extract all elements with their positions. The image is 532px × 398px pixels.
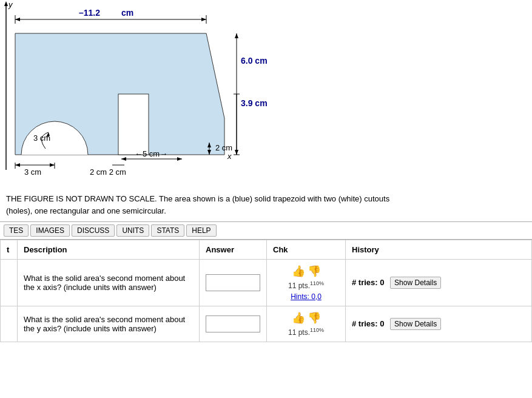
svg-marker-35 <box>121 157 126 161</box>
row2-num <box>1 306 18 342</box>
row1-thumbup-icon[interactable]: 👍 <box>292 265 305 278</box>
tab-stats[interactable]: STATS <box>151 224 184 237</box>
svg-marker-28 <box>50 163 55 167</box>
row1-answer-cell <box>200 260 267 306</box>
header-history: History <box>346 240 532 260</box>
row1-chk-cell: 👍 👎 11 pts.110% Hints: 0,0 <box>267 260 346 306</box>
geometry-figure: y x –11.2 cm 6.0 cm 3.9 cm 2 cm <box>0 0 532 188</box>
row2-chk-cell: 👍 👎 11 pts.110% <box>267 306 346 342</box>
header-num: t <box>1 240 18 260</box>
row2-pts: 11 pts.110% <box>273 327 339 337</box>
tab-discuss[interactable]: DISCUSS <box>72 224 115 237</box>
row2-answer-cell <box>200 306 267 342</box>
tab-tes[interactable]: TES <box>4 224 29 237</box>
svg-marker-8 <box>15 18 20 21</box>
row1-history-cell: # tries: 0 Show Details <box>346 260 532 306</box>
tab-images[interactable]: IMAGES <box>30 224 70 237</box>
tab-help[interactable]: HELP <box>186 224 216 237</box>
row2-answer-input[interactable] <box>206 315 260 332</box>
table-row: What is the solid area's second moment a… <box>1 260 532 306</box>
svg-text:6.0 cm: 6.0 cm <box>241 56 268 66</box>
svg-text:2 cm: 2 cm <box>215 143 232 152</box>
row2-tries: # tries: 0 <box>352 319 384 328</box>
svg-marker-4 <box>4 1 8 6</box>
question-table: t Description Answer Chk History What is… <box>0 240 532 342</box>
svg-text:x: x <box>227 152 232 161</box>
svg-text:2 cm 2 cm: 2 cm 2 cm <box>90 167 126 177</box>
svg-marker-9 <box>201 18 206 21</box>
row1-hints[interactable]: Hints: 0,0 <box>273 292 339 301</box>
row2-thumbup-icon[interactable]: 👍 <box>292 311 305 325</box>
header-answer: Answer <box>200 240 267 260</box>
row1-thumbdown-icon[interactable]: 👎 <box>308 265 321 278</box>
svg-marker-36 <box>177 157 182 161</box>
svg-rect-2 <box>118 94 149 155</box>
svg-text:←5 cm→: ←5 cm→ <box>135 149 167 158</box>
figure-area: y x –11.2 cm 6.0 cm 3.9 cm 2 cm <box>0 0 532 188</box>
header-chk: Chk <box>267 240 346 260</box>
row1-pts: 11 pts.110% <box>273 280 339 290</box>
row1-num <box>1 260 18 306</box>
tabs-bar: TES IMAGES DISCUSS UNITS STATS HELP <box>0 222 532 240</box>
svg-marker-15 <box>235 33 238 38</box>
row1-show-details-button[interactable]: Show Details <box>390 277 441 289</box>
row2-show-details-button[interactable]: Show Details <box>390 318 441 330</box>
header-description: Description <box>18 240 200 260</box>
row1-tries: # tries: 0 <box>352 278 384 287</box>
row2-description: What is the solid area's second moment a… <box>18 306 200 342</box>
tab-units[interactable]: UNITS <box>116 224 149 237</box>
row1-description: What is the solid area's second moment a… <box>18 260 200 306</box>
row1-answer-input[interactable] <box>206 274 260 291</box>
svg-marker-27 <box>15 163 20 167</box>
svg-text:3 cm: 3 cm <box>24 167 41 177</box>
table-row: What is the solid area's second moment a… <box>1 306 532 342</box>
svg-text:3.9 cm: 3.9 cm <box>241 98 268 108</box>
svg-text:cm: cm <box>121 8 133 18</box>
row2-thumbdown-icon[interactable]: 👎 <box>308 311 321 325</box>
svg-text:–11.2: –11.2 <box>79 8 100 18</box>
figure-description: THE FIGURE IS NOT DRAWN TO SCALE. The ar… <box>0 188 532 222</box>
row2-history-cell: # tries: 0 Show Details <box>346 306 532 342</box>
svg-text:y: y <box>8 0 13 9</box>
